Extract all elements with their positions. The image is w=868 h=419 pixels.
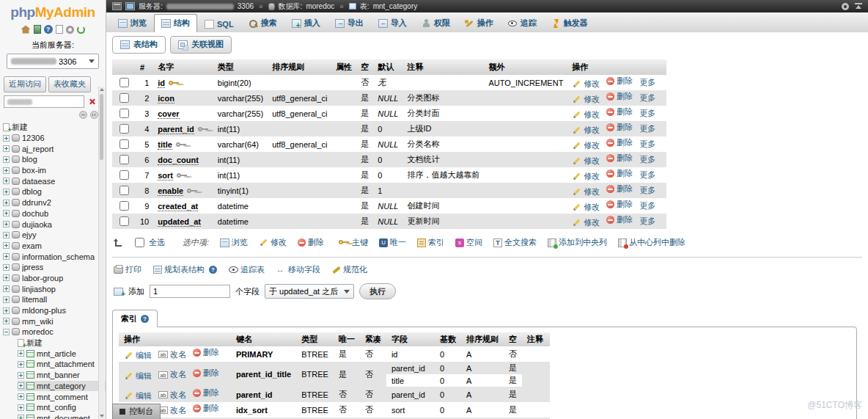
sidebar-table-mnt_document[interactable]: mnt_document xyxy=(18,413,106,419)
add-central-selected-link[interactable]: 添加到中央列 xyxy=(548,237,607,248)
more-link[interactable]: 更多 xyxy=(639,139,655,150)
change-link[interactable]: 修改 xyxy=(572,171,600,182)
index-rename-link[interactable]: 改名 xyxy=(158,390,186,401)
sidebar-db-mm_wiki[interactable]: mm_wiki xyxy=(3,316,106,327)
expand-icon[interactable] xyxy=(3,318,10,324)
change-link[interactable]: 修改 xyxy=(572,217,600,228)
tab-structure[interactable]: 结构 xyxy=(154,14,197,33)
more-link[interactable]: 更多 xyxy=(639,185,655,196)
expand-icon[interactable] xyxy=(18,404,24,411)
sidebar-db-mldong-plus[interactable]: mldong-plus xyxy=(3,305,106,316)
track-table-link[interactable]: 追踪表 xyxy=(229,264,265,275)
add-field-go-button[interactable]: 执行 xyxy=(359,283,396,299)
change-link[interactable]: 修改 xyxy=(572,79,600,90)
row-checkbox[interactable] xyxy=(119,139,129,149)
tab-triggers[interactable]: 触发器 xyxy=(544,14,595,32)
help-icon[interactable] xyxy=(44,25,53,34)
more-link[interactable]: 更多 xyxy=(639,123,655,134)
expand-icon[interactable] xyxy=(3,296,10,303)
indexes-help-icon[interactable] xyxy=(141,315,149,323)
change-link[interactable]: 修改 xyxy=(572,156,600,167)
drop-link[interactable]: 删除 xyxy=(606,91,633,102)
sidebar-table-mnt_config[interactable]: mnt_config xyxy=(18,402,106,413)
index-edit-link[interactable]: 编辑 xyxy=(124,350,152,361)
primary-selected-link[interactable]: 主键 xyxy=(335,237,368,248)
expand-icon[interactable] xyxy=(3,178,10,184)
tab-tracking[interactable]: 追踪 xyxy=(501,14,544,32)
move-columns-link[interactable]: 移动字段 xyxy=(276,264,320,275)
phpmyadmin-logo[interactable]: phpMyAdmin xyxy=(0,0,106,21)
change-link[interactable]: 修改 xyxy=(572,140,600,151)
tab-export[interactable]: 导出 xyxy=(328,14,371,32)
tab-sql[interactable]: SQL xyxy=(197,16,241,32)
scroll-to-top-icon[interactable] xyxy=(855,3,862,10)
spatial-selected-link[interactable]: 空间 xyxy=(455,237,482,248)
more-link[interactable]: 更多 xyxy=(639,108,655,119)
settings-icon[interactable] xyxy=(66,26,74,34)
expand-icon[interactable] xyxy=(3,221,10,227)
row-checkbox[interactable] xyxy=(119,124,129,134)
change-link[interactable]: 修改 xyxy=(572,186,600,197)
unexpand-icon[interactable] xyxy=(90,111,98,119)
expand-icon[interactable] xyxy=(18,382,24,389)
index-drop-link[interactable]: 删除 xyxy=(193,387,219,398)
sidebar-table-mnt_attachment[interactable]: mnt_attachment xyxy=(18,359,106,370)
expand-icon[interactable] xyxy=(3,200,10,206)
drop-link[interactable]: 删除 xyxy=(606,153,633,164)
sidebar-new-新建[interactable]: 新建 xyxy=(3,122,106,133)
expand-icon[interactable] xyxy=(18,361,24,368)
expand-icon[interactable] xyxy=(3,253,10,260)
row-checkbox[interactable] xyxy=(119,170,129,180)
drop-link[interactable]: 删除 xyxy=(606,76,633,87)
browse-selected-link[interactable]: 浏览 xyxy=(220,237,248,248)
check-all-checkbox[interactable] xyxy=(135,238,144,247)
expand-icon[interactable] xyxy=(3,285,10,292)
clear-filter-icon[interactable] xyxy=(89,98,95,105)
sidebar-db-exam[interactable]: exam xyxy=(3,241,106,252)
normalize-link[interactable]: 规范化 xyxy=(332,264,367,275)
expand-icon[interactable] xyxy=(3,145,10,152)
remove-central-selected-link[interactable]: 从中心列中删除 xyxy=(618,237,685,248)
tab-import[interactable]: 导入 xyxy=(371,14,414,32)
tab-favorites[interactable]: 表收藏夹 xyxy=(48,76,91,92)
sidebar-db-ddrunv2[interactable]: ddrunv2 xyxy=(3,197,106,208)
more-link[interactable]: 更多 xyxy=(639,200,655,211)
sidebar-new-新建[interactable]: 新建 xyxy=(18,338,106,349)
reload-icon[interactable] xyxy=(77,26,85,34)
breadcrumb-table-link[interactable]: mnt_category xyxy=(373,2,418,10)
tab-browse[interactable]: 浏览 xyxy=(111,14,154,32)
tab-privileges[interactable]: 权限 xyxy=(414,14,457,32)
tab-search[interactable]: 搜索 xyxy=(241,14,284,32)
expand-icon[interactable] xyxy=(3,135,10,142)
index-rename-link[interactable]: 改名 xyxy=(158,405,186,416)
sidebar-table-mnt_banner[interactable]: mnt_banner xyxy=(18,370,106,381)
expand-icon[interactable] xyxy=(18,393,24,400)
logout-icon[interactable] xyxy=(34,25,41,34)
more-link[interactable]: 更多 xyxy=(639,154,655,165)
index-selected-link[interactable]: 索引 xyxy=(417,237,444,248)
drop-link[interactable]: 删除 xyxy=(606,106,633,117)
expand-icon[interactable] xyxy=(3,210,10,216)
change-link[interactable]: 修改 xyxy=(572,125,600,136)
expand-icon[interactable] xyxy=(3,264,10,271)
row-checkbox[interactable] xyxy=(119,186,129,195)
server-select[interactable]: 3306 xyxy=(7,54,99,69)
sidebar-table-mnt_comment[interactable]: mnt_comment xyxy=(18,391,106,402)
row-checkbox[interactable] xyxy=(119,201,129,211)
expand-icon[interactable] xyxy=(3,274,10,281)
propose-structure-link[interactable]: 规划表结构 xyxy=(153,264,205,275)
sidebar-db-aj_report[interactable]: aj_report xyxy=(3,143,106,154)
index-edit-link[interactable]: 编辑 xyxy=(124,390,152,401)
sidebar-db-moredoc[interactable]: moredoc xyxy=(3,327,106,338)
scroll-up-icon[interactable] xyxy=(100,88,104,91)
drop-link[interactable]: 删除 xyxy=(606,122,633,133)
sidebar-db-information_schema[interactable]: information_schema xyxy=(3,251,106,262)
sidebar-db-blog[interactable]: blog xyxy=(3,154,106,165)
change-link[interactable]: 修改 xyxy=(572,94,600,105)
sidebar-db-labor-group[interactable]: labor-group xyxy=(3,273,106,284)
sidebar-table-mnt_category[interactable]: mnt_category xyxy=(18,381,106,392)
print-link[interactable]: 打印 xyxy=(114,264,141,275)
sidebar-scrollbar[interactable] xyxy=(98,87,105,419)
row-checkbox[interactable] xyxy=(119,109,129,118)
subtab-relation-view[interactable]: 关联视图 xyxy=(170,36,232,54)
